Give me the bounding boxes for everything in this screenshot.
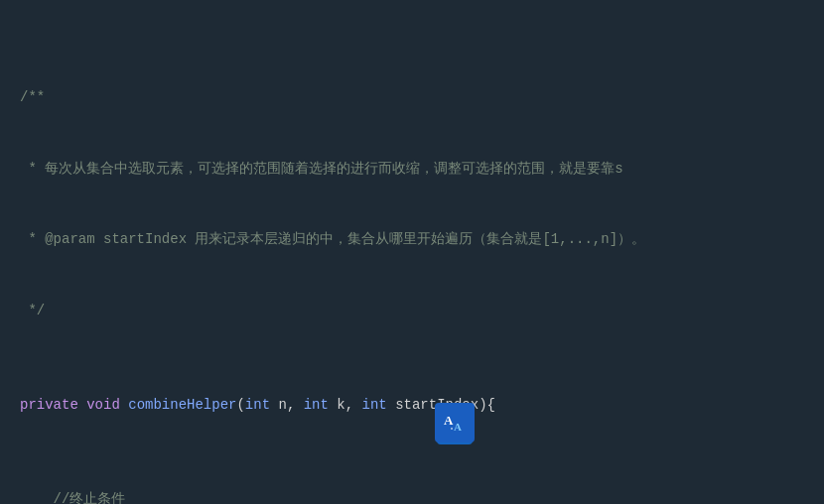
line-4: */ — [0, 300, 824, 323]
line-2: * 每次从集合中选取元素，可选择的范围随着选择的进行而收缩，调整可选择的范围，就… — [0, 158, 824, 182]
code-editor: /** * 每次从集合中选取元素，可选择的范围随着选择的进行而收缩，调整可选择的… — [0, 0, 824, 504]
line-6: //终止条件 — [0, 488, 824, 504]
plain-space — [78, 397, 86, 413]
keyword-private: private — [20, 397, 78, 413]
plain-k: k, — [329, 397, 362, 413]
plain-space — [120, 397, 128, 413]
translate-icon-button: A A — [435, 403, 475, 442]
keyword-void: void — [86, 397, 120, 413]
comment-text: */ — [20, 303, 45, 318]
line-1: /** — [0, 86, 824, 110]
plain-n: n, — [270, 397, 304, 413]
type-int: int — [245, 397, 270, 413]
svg-text:A: A — [444, 413, 454, 428]
method-name: combineHelper — [128, 397, 236, 413]
comment-text: /** — [20, 89, 45, 105]
svg-text:A: A — [454, 421, 462, 433]
comment-text: * 每次从集合中选取元素，可选择的范围随着选择的进行而收缩，调整可选择的范围，就… — [20, 161, 623, 177]
line-5: private void combineHelper(int n, int k,… — [0, 394, 824, 418]
type-int3: int — [362, 397, 387, 413]
line-3: * @param startIndex 用来记录本层递归的中，集合从哪里开始遍历… — [0, 228, 824, 252]
type-int2: int — [304, 397, 329, 413]
plain-paren: ( — [236, 397, 244, 413]
translate-icon-svg: A A — [441, 409, 469, 437]
comment-text: * @param startIndex 用来记录本层递归的中，集合从哪里开始遍历… — [20, 231, 645, 247]
inline-comment: //终止条件 — [20, 491, 125, 504]
